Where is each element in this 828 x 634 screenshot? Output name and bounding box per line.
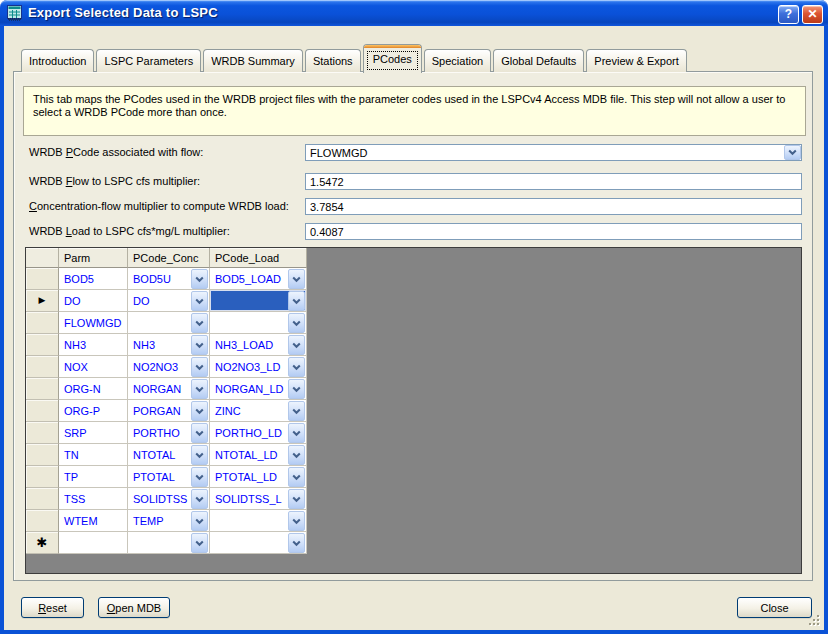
parm-cell[interactable]: [59, 532, 128, 554]
pcode-load-cell[interactable]: [210, 290, 307, 312]
dropdown-arrow-icon[interactable]: [191, 511, 208, 531]
dropdown-arrow-icon[interactable]: [288, 291, 305, 311]
row-selector[interactable]: [26, 400, 59, 422]
pcode-load-cell[interactable]: NORGAN_LD: [210, 378, 307, 400]
dropdown-arrow-icon[interactable]: [288, 511, 305, 531]
pcode-conc-cell[interactable]: PORTHO: [128, 422, 210, 444]
dropdown-arrow-icon[interactable]: [288, 269, 305, 289]
row-selector[interactable]: [26, 444, 59, 466]
close-icon[interactable]: ✕: [802, 5, 823, 24]
row-selector[interactable]: [26, 466, 59, 488]
dropdown-arrow-icon[interactable]: [288, 335, 305, 355]
row-selector[interactable]: ▶: [26, 290, 59, 312]
close-button[interactable]: Close: [737, 597, 812, 618]
pcode-conc-cell[interactable]: NH3: [128, 334, 210, 356]
pcode-conc-cell[interactable]: PTOTAL: [128, 466, 210, 488]
multiplier-input[interactable]: 1.5472: [305, 173, 802, 190]
dropdown-arrow-icon[interactable]: [191, 467, 208, 487]
row-selector[interactable]: [26, 510, 59, 532]
pcode-load-cell[interactable]: NO2NO3_LD: [210, 356, 307, 378]
dropdown-arrow-icon[interactable]: [288, 467, 305, 487]
dropdown-arrow-icon[interactable]: [191, 291, 208, 311]
pcode-load-cell[interactable]: SOLIDTSS_L: [210, 488, 307, 510]
tab-speciation[interactable]: Speciation: [424, 49, 491, 72]
parm-cell[interactable]: ORG-N: [59, 378, 128, 400]
row-selector[interactable]: [26, 422, 59, 444]
pcode-load-cell[interactable]: PTOTAL_LD: [210, 466, 307, 488]
parm-cell[interactable]: BOD5: [59, 268, 128, 290]
row-selector[interactable]: ✱: [26, 532, 59, 554]
dropdown-arrow-icon[interactable]: [191, 423, 208, 443]
pcode-load-cell[interactable]: PORTHO_LD: [210, 422, 307, 444]
pcode-conc-cell[interactable]: NTOTAL: [128, 444, 210, 466]
multiplier-input[interactable]: 0.4087: [305, 223, 802, 240]
dropdown-arrow-icon[interactable]: [191, 489, 208, 509]
parm-cell[interactable]: SRP: [59, 422, 128, 444]
reset-button[interactable]: Reset: [21, 597, 84, 618]
row-selector[interactable]: [26, 268, 59, 290]
parm-cell[interactable]: NOX: [59, 356, 128, 378]
resize-grip-icon[interactable]: [808, 614, 821, 627]
pcode-load-cell[interactable]: NTOTAL_LD: [210, 444, 307, 466]
tab-preview-export[interactable]: Preview & Export: [586, 49, 686, 72]
dropdown-arrow-icon[interactable]: [191, 401, 208, 421]
pcode-conc-cell[interactable]: [128, 312, 210, 334]
pcode-conc-cell[interactable]: NORGAN: [128, 378, 210, 400]
help-icon[interactable]: ?: [778, 5, 799, 24]
dropdown-arrow-icon[interactable]: [191, 379, 208, 399]
pcode-conc-cell[interactable]: BOD5U: [128, 268, 210, 290]
dropdown-arrow-icon[interactable]: [288, 489, 305, 509]
dropdown-arrow-icon[interactable]: [288, 445, 305, 465]
dropdown-arrow-icon[interactable]: [288, 423, 305, 443]
parm-cell[interactable]: WTEM: [59, 510, 128, 532]
pcode-load-cell[interactable]: [210, 510, 307, 532]
parm-cell[interactable]: TN: [59, 444, 128, 466]
pcode-conc-cell[interactable]: DO: [128, 290, 210, 312]
parm-cell[interactable]: ORG-P: [59, 400, 128, 422]
row-selector[interactable]: [26, 356, 59, 378]
dropdown-arrow-icon[interactable]: [288, 313, 305, 333]
parm-cell[interactable]: TP: [59, 466, 128, 488]
pcode-conc-cell[interactable]: [128, 532, 210, 554]
dropdown-arrow-icon[interactable]: [191, 313, 208, 333]
row-selector[interactable]: [26, 312, 59, 334]
pcode-conc-cell[interactable]: PORGAN: [128, 400, 210, 422]
flow-pcode-combobox[interactable]: FLOWMGD: [305, 144, 802, 161]
column-header-parm[interactable]: Parm: [59, 248, 128, 268]
dropdown-arrow-icon[interactable]: [191, 357, 208, 377]
dropdown-arrow-icon[interactable]: [191, 335, 208, 355]
parm-cell[interactable]: DO: [59, 290, 128, 312]
dropdown-arrow-icon[interactable]: [288, 533, 305, 553]
pcode-load-cell[interactable]: [210, 312, 307, 334]
pcode-load-cell[interactable]: NH3_LOAD: [210, 334, 307, 356]
row-selector[interactable]: [26, 334, 59, 356]
dropdown-arrow-icon[interactable]: [288, 401, 305, 421]
dropdown-arrow-icon[interactable]: [784, 145, 801, 160]
tab-lspc-parameters[interactable]: LSPC Parameters: [96, 49, 201, 72]
parm-cell[interactable]: NH3: [59, 334, 128, 356]
pcode-load-cell[interactable]: ZINC: [210, 400, 307, 422]
tab-stations[interactable]: Stations: [305, 49, 361, 72]
dropdown-arrow-icon[interactable]: [288, 357, 305, 377]
dropdown-arrow-icon[interactable]: [191, 269, 208, 289]
column-header-pcode-conc[interactable]: PCode_Conc: [128, 248, 210, 268]
column-header-pcode-load[interactable]: PCode_Load: [210, 248, 307, 268]
parm-cell[interactable]: TSS: [59, 488, 128, 510]
pcode-conc-cell[interactable]: TEMP: [128, 510, 210, 532]
dropdown-arrow-icon[interactable]: [191, 533, 208, 553]
pcode-conc-cell[interactable]: SOLIDTSS: [128, 488, 210, 510]
parm-cell[interactable]: FLOWMGD: [59, 312, 128, 334]
tab-global-defaults[interactable]: Global Defaults: [493, 49, 584, 72]
dropdown-arrow-icon[interactable]: [191, 445, 208, 465]
tab-wrdb-summary[interactable]: WRDB Summary: [203, 49, 303, 72]
open-mdb-button[interactable]: Open MDB: [98, 597, 170, 618]
dropdown-arrow-icon[interactable]: [288, 379, 305, 399]
multiplier-input[interactable]: 3.7854: [305, 198, 802, 215]
pcode-conc-cell[interactable]: NO2NO3: [128, 356, 210, 378]
row-selector[interactable]: [26, 378, 59, 400]
tab-introduction[interactable]: Introduction: [21, 49, 94, 72]
pcode-load-cell[interactable]: BOD5_LOAD: [210, 268, 307, 290]
tab-pcodes[interactable]: PCodes: [363, 44, 422, 73]
pcode-load-cell[interactable]: [210, 532, 307, 554]
row-selector[interactable]: [26, 488, 59, 510]
